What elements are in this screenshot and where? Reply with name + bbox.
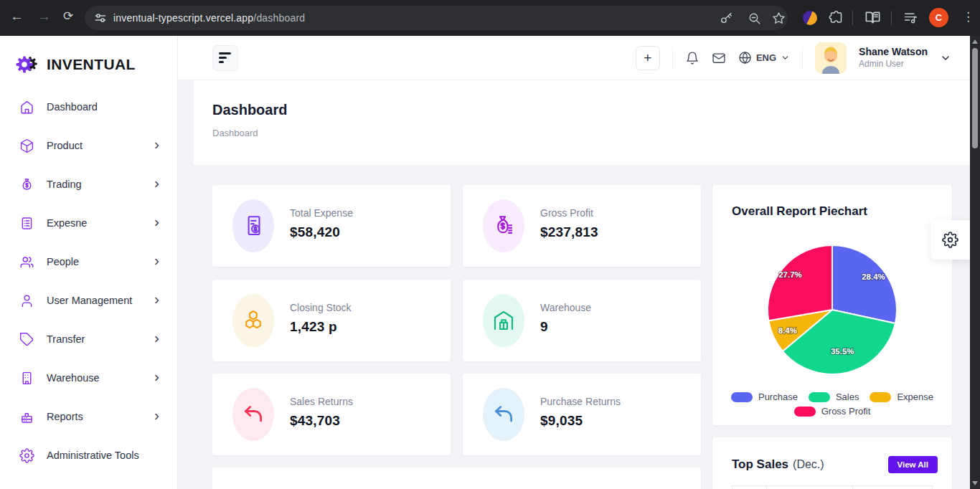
legend-label: Expense <box>897 391 933 402</box>
sidebar: INVENTUAL Dashboard › Product › Trading … <box>0 36 178 489</box>
extension-colored-icon[interactable] <box>803 11 817 25</box>
divider <box>672 47 673 69</box>
sidebar-item-product[interactable]: Product › <box>0 126 177 165</box>
page-title: Dashboard <box>212 102 970 118</box>
divider <box>891 11 892 25</box>
stat-value: $237,813 <box>540 224 598 240</box>
stat-card-closing-stock: Closing Stock 1,423 p <box>212 280 451 361</box>
browser-back-icon[interactable]: ← <box>10 9 24 24</box>
chevron-right-icon: › <box>154 136 159 153</box>
legend-swatch <box>794 407 816 417</box>
quick-add-button[interactable]: + <box>636 46 660 70</box>
sidebar-item-people[interactable]: People › <box>0 242 177 281</box>
sidebar-item-label: Transfer <box>47 333 85 345</box>
stat-label: Closing Stock <box>290 302 352 313</box>
stat-card-sales-returns: Sales Returns $43,703 <box>212 374 451 455</box>
legend-item[interactable]: Expense <box>870 391 933 402</box>
brand-gear-icon <box>14 52 40 77</box>
browser-reload-icon[interactable]: ⟳ <box>63 9 73 24</box>
sidebar-item-user-management[interactable]: User Management › <box>0 281 177 320</box>
stat-value: $58,420 <box>290 224 340 240</box>
gear-icon <box>942 232 958 248</box>
top-sales-title: Top Sales <box>732 457 788 472</box>
stat-label: Total Expense <box>290 207 353 219</box>
sidebar-item-label: Warehouse <box>47 372 100 384</box>
sidebar-item-reports[interactable]: Reports › <box>0 397 177 436</box>
invoice-dollar-icon <box>232 199 274 252</box>
user-role: Admin User <box>859 60 928 70</box>
legend-label: Sales <box>836 391 859 402</box>
sidebar-item-expense[interactable]: Expesne › <box>0 204 177 242</box>
stat-card-gross-profit: Gross Profit $237,813 <box>463 185 701 267</box>
main-content: Dashboard Dashboard Total Expense $58,42… <box>178 80 970 489</box>
browser-toolbar: ← → ⟳ inventual-typescript.vercel.app/da… <box>0 0 980 36</box>
invoice-list-icon <box>19 216 34 231</box>
pie-slice-label: 35.5% <box>831 347 854 356</box>
sidebar-item-label: Product <box>47 140 83 151</box>
stat-card-total-expense: Total Expense $58,420 <box>212 185 451 267</box>
stat-value: $43,703 <box>290 413 340 429</box>
sidebar-item-trading[interactable]: Trading › <box>0 165 177 204</box>
stat-value: 1,423 p <box>290 319 337 335</box>
settings-fab-button[interactable] <box>930 220 970 260</box>
sidebar-item-dashboard[interactable]: Dashboard › <box>0 87 177 126</box>
pie-slice-gross-profit[interactable] <box>768 245 832 321</box>
address-bar[interactable]: inventual-typescript.vercel.app/dashboar… <box>85 6 788 30</box>
top-sales-panel: Top Sales (Dec.) View All <box>712 437 952 489</box>
site-settings-icon[interactable] <box>95 12 106 24</box>
pie-slice-label: 27.7% <box>778 270 802 279</box>
legend-item[interactable]: Gross Profit <box>794 406 871 417</box>
sidebar-item-transfer[interactable]: Transfer › <box>0 320 177 359</box>
brand-logo[interactable]: INVENTUAL <box>0 36 177 77</box>
messages-mail-icon[interactable] <box>712 51 726 65</box>
language-label: ENG <box>756 52 776 63</box>
user-name: Shane Watson <box>859 46 928 57</box>
warehouse-icon <box>483 294 524 347</box>
pie-panel-title: Overall Report Piechart <box>712 185 952 219</box>
scroll-up-arrow-icon[interactable] <box>972 39 978 44</box>
zoom-out-icon[interactable] <box>748 12 761 25</box>
stat-label: Sales Returns <box>290 396 353 407</box>
chevron-right-icon: › <box>154 368 159 385</box>
browser-profile-avatar[interactable]: C <box>929 8 948 27</box>
bookmark-star-icon[interactable] <box>772 11 786 25</box>
reading-list-book-icon[interactable] <box>864 9 881 26</box>
browser-menu-icon[interactable]: ⋮ <box>962 9 974 24</box>
legend-item[interactable]: Sales <box>809 391 859 402</box>
extensions-puzzle-icon[interactable] <box>829 10 844 25</box>
return-arrow-icon <box>483 388 524 441</box>
language-selector[interactable]: ENG <box>738 51 790 65</box>
sidebar-item-label: User Management <box>47 295 132 306</box>
browser-forward-icon[interactable]: → <box>37 9 51 24</box>
sidebar-item-administrative-tools[interactable]: Administrative Tools › <box>0 436 177 475</box>
scrollbar-thumb[interactable] <box>972 48 978 148</box>
profile-chevron-down-icon[interactable] <box>940 52 951 64</box>
top-sales-period: (Dec.) <box>793 458 824 471</box>
pie-slice-label: 28.4% <box>862 272 885 281</box>
stat-label: Purchase Returns <box>540 396 621 407</box>
stat-value: $9,035 <box>540 413 583 429</box>
sidebar-toggle-button[interactable] <box>212 45 238 71</box>
sidebar-item-label: Trading <box>47 179 82 190</box>
cubes-icon <box>232 294 274 347</box>
package-icon <box>19 138 34 153</box>
chevron-down-icon <box>781 53 790 62</box>
scroll-down-arrow-icon[interactable] <box>972 481 978 485</box>
pie-chart-svg[interactable]: 28.4%35.5%8.4%27.7% <box>753 229 911 390</box>
sidebar-item-label: Reports <box>47 411 83 422</box>
divider <box>802 47 803 69</box>
building-icon <box>19 371 34 386</box>
breadcrumb[interactable]: Dashboard <box>212 128 970 138</box>
sidebar-item-warehouse[interactable]: Warehouse › <box>0 359 177 397</box>
sidebar-item-label: People <box>47 256 79 267</box>
media-queue-icon[interactable] <box>903 10 918 25</box>
user-avatar[interactable] <box>815 42 847 74</box>
page-title-band: Dashboard Dashboard <box>194 80 970 165</box>
password-key-icon[interactable] <box>720 11 733 25</box>
home-icon <box>19 100 34 115</box>
legend-item[interactable]: Purchase <box>731 391 798 402</box>
view-all-button[interactable]: View All <box>888 456 938 473</box>
user-info[interactable]: Shane Watson Admin User <box>859 46 928 70</box>
page-scrollbar[interactable] <box>970 36 980 489</box>
notifications-bell-icon[interactable] <box>685 51 699 65</box>
